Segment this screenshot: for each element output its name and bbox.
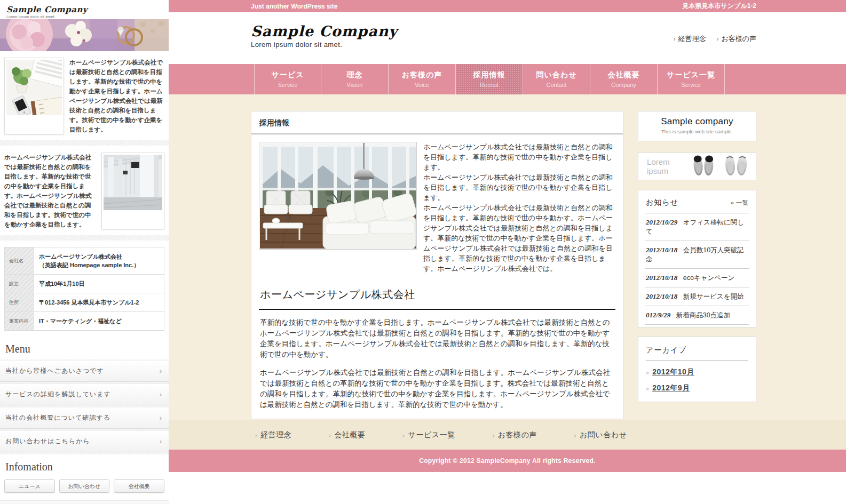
site-logo-subtitle: Lorem ipsum dolor sit amet. — [251, 41, 398, 49]
body-paragraph: 革新的な技術で世の中を動かす企業を目指します。ホームページサンプル株式会社では最… — [260, 317, 615, 360]
chevron-right-icon: › — [493, 432, 495, 438]
preview-information-heading: Infomation — [0, 454, 169, 477]
news-item[interactable]: 2012/10/18 会員数10万人突破記念 — [645, 241, 749, 269]
profile-box: Sample company This is sample web site s… — [638, 111, 756, 141]
nav-item[interactable]: 採用情報 Recruit — [456, 64, 523, 94]
header-link[interactable]: › 経営理念 — [673, 34, 706, 44]
header-link-label: お客様の声 — [721, 34, 756, 44]
archive-item: » 2012年10月 — [646, 367, 748, 377]
preview-about-block-1: ホームページサンプル株式会社では最新技術と自然との調和を目指します。革新的な技術… — [0, 51, 169, 140]
recruit-intro-block: ホームページサンプル株式会社では最新技術と自然との調和を目指します。革新的な技術… — [259, 142, 615, 274]
menu-item-label: サービスの詳細を解説しています — [5, 390, 111, 399]
archive-link[interactable]: 2012年9月 — [652, 383, 690, 393]
news-item-date: 2012/10/29 — [646, 218, 677, 226]
chevron-right-icon: › — [255, 432, 257, 438]
chevron-right-icon: › — [716, 35, 718, 43]
nav-item-label: 問い合わせ — [536, 70, 577, 80]
site-tagline: Just another WordPress site — [251, 3, 338, 10]
menu-item-label: お問い合わせはこちらから — [5, 437, 90, 446]
site-logo-title: Sample Company — [251, 23, 398, 39]
table-row-value: 〒012-3456 見本県見本市サンプル1-2 — [34, 293, 144, 311]
header-link-label: 経営理念 — [678, 34, 706, 44]
nav-item[interactable]: サービス Service — [254, 64, 321, 94]
nav-item[interactable]: 理念 Vision — [321, 64, 389, 94]
table-row-label: 会社名 — [5, 247, 34, 274]
header-link[interactable]: › お客様の声 — [716, 34, 756, 44]
nav-item[interactable]: お客様の声 Voice — [389, 64, 456, 94]
recruit-paragraph: ホームページサンプル株式会社では最新技術と自然との調和を目指します。革新的な技術… — [423, 142, 615, 172]
nav-item-sublabel: Company — [611, 82, 636, 88]
chevron-right-icon: › — [673, 35, 675, 43]
chevron-right-icon: › — [160, 437, 162, 445]
preview-about-block-2: ホームページサンプル株式会社では最新技術と自然との調和を目指します。革新的な技術… — [0, 146, 169, 235]
footer-link-label: お客様の声 — [498, 430, 537, 440]
menu-item[interactable]: お問い合わせはこちらから › — [0, 430, 169, 452]
nav-item-label: 会社概要 — [608, 70, 640, 80]
preview-menu: 当社から皆様へごあいさつです › サービスの詳細を解説しています › 当社の会社… — [0, 359, 169, 454]
news-more-link[interactable]: » 一覧 — [731, 199, 748, 207]
preview-site-panel: Sample Company Lorem ipsum dolor sit ame… — [0, 0, 169, 504]
preview-about-text-2: ホームページサンプル株式会社では最新技術と自然との調和を目指します。革新的な技術… — [4, 153, 96, 229]
chevron-double-icon: » — [646, 369, 649, 375]
section-title: ホームページサンプル株式会社 — [259, 287, 615, 310]
site-address: 見本県見本市サンプル1-2 — [683, 2, 756, 11]
nav-item-sublabel: Service — [278, 82, 298, 88]
chevron-right-icon: › — [329, 432, 331, 438]
footer-link[interactable]: › お客様の声 — [493, 430, 537, 440]
chevron-right-icon: › — [402, 432, 405, 438]
info-button[interactable]: 会社概要 — [114, 479, 164, 493]
section-divider — [0, 235, 169, 241]
table-row: 会社名 ホームページサンプル株式会社 （英語表記 Homepage sample… — [5, 247, 164, 275]
content-area: 採用情報 — [169, 94, 846, 420]
archive-box: アーカイブ » 2012年10月 » 2012年9月 — [638, 337, 756, 402]
table-row-value: ホームページサンプル株式会社 （英語表記 Homepage sample Inc… — [34, 247, 145, 274]
footer-link-label: 経営理念 — [260, 430, 291, 440]
news-item-text: 新規サービスを開始 — [683, 293, 744, 300]
preview-logo[interactable]: Sample Company Lorem ipsum dolor sit ame… — [0, 0, 169, 19]
news-item[interactable]: 2012/10/18 ecoキャンペーン — [645, 269, 749, 287]
news-heading: お知らせ — [646, 198, 678, 207]
footer-link[interactable]: › 会社概要 — [329, 430, 365, 440]
hallway-photo — [101, 153, 164, 229]
header-links: › 経営理念 › お客様の声 — [673, 34, 756, 44]
news-more-label: 一覧 — [736, 199, 748, 207]
nav-item-label: サービス — [272, 70, 304, 80]
news-item[interactable]: 2012/10/18 新規サービスを開始 — [645, 287, 749, 306]
menu-item[interactable]: 当社の会社概要について確認する › — [0, 407, 169, 429]
table-row: 事業内容 IT・マーケティング・福祉など — [5, 312, 164, 331]
nav-item-label: 理念 — [347, 70, 363, 80]
living-room-photo — [259, 142, 417, 250]
site-copyright-bar: Copyright © 2012 SampleCompany All right… — [169, 450, 846, 472]
nav-item-sublabel: Recruit — [480, 82, 499, 88]
nav-item[interactable]: 問い合わせ Contact — [523, 64, 590, 94]
profile-subtitle: This is sample web site sample. — [638, 129, 756, 134]
menu-item[interactable]: サービスの詳細を解説しています › — [0, 383, 169, 405]
footer-link[interactable]: › 経営理念 — [255, 430, 291, 440]
news-item[interactable]: 2012/10/29 オフィス移転に関して — [645, 213, 749, 241]
table-row: 設立 平成10年1月10日 — [5, 275, 164, 293]
lorem-ipsum-banner[interactable]: Lorem ipsum — [638, 153, 756, 180]
bottom-whitespace — [169, 472, 846, 504]
chevron-right-icon: › — [160, 390, 162, 398]
nav-item[interactable]: サービス一覧 Service — [658, 64, 725, 94]
preview-about-text-1: ホームページサンプル株式会社では最新技術と自然との調和を目指します。革新的な技術… — [69, 58, 164, 134]
chevron-double-icon: » — [646, 385, 649, 391]
menu-item-label: 当社の会社概要について確認する — [5, 413, 110, 422]
news-item[interactable]: 012/9/29 新着商品30点追加 — [645, 306, 749, 325]
recruit-text: ホームページサンプル株式会社では最新技術と自然との調和を目指します。革新的な技術… — [423, 142, 615, 274]
company-info-table: 会社名 ホームページサンプル株式会社 （英語表記 Homepage sample… — [4, 247, 164, 331]
menu-item-label: 当社から皆様へごあいさつです — [5, 366, 104, 375]
chevron-double-icon: » — [731, 199, 734, 206]
banner-text: Lorem ipsum — [647, 157, 690, 175]
archive-link[interactable]: 2012年10月 — [652, 367, 694, 377]
nav-item-sublabel: Voice — [415, 82, 429, 88]
footer-link[interactable]: › お問い合わせ — [574, 430, 627, 440]
info-button[interactable]: ニュース — [4, 479, 55, 493]
menu-item[interactable]: 当社から皆様へごあいさつです › — [0, 360, 169, 382]
body-paragraph: ホームページサンプル株式会社では最新技術と自然との調和を目指します。ホームページ… — [260, 367, 615, 410]
footer-link[interactable]: › サービス一覧 — [402, 430, 455, 440]
info-button[interactable]: お問い合わせ — [59, 479, 110, 493]
site-logo[interactable]: Sample Company Lorem ipsum dolor sit ame… — [251, 12, 398, 49]
desk-photo — [4, 58, 64, 134]
nav-item[interactable]: 会社概要 Company — [590, 64, 658, 94]
